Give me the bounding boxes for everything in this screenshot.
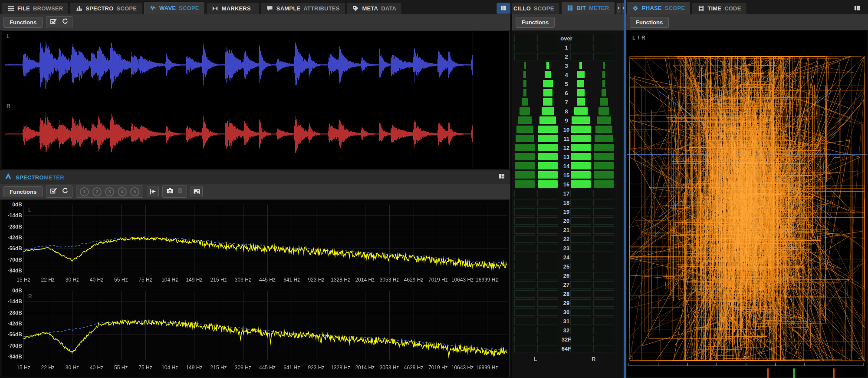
freq-tick-label: 15 Hz	[10, 365, 37, 371]
bit-bar	[523, 89, 526, 96]
refresh-icon[interactable]	[62, 18, 69, 27]
ruler-label-zero: 0	[743, 355, 746, 361]
bit-bar	[516, 135, 534, 142]
db-tick-label: -28dB	[2, 224, 22, 230]
bit-bar	[522, 98, 528, 106]
freq-tick-label: 3053 Hz	[375, 277, 403, 283]
auto-scale-checkbox-icon[interactable]	[50, 18, 57, 27]
bit-box-empty	[514, 199, 535, 206]
spectrometer-layout-icon[interactable]	[498, 173, 505, 181]
freq-tick-label: 22 Hz	[34, 277, 62, 283]
bit-box-empty	[593, 263, 614, 270]
freq-tick-label: 7019 Hz	[424, 277, 452, 283]
tab-wavescope[interactable]: WAVESCOPE	[144, 1, 205, 14]
bit-row-11: 11	[512, 134, 624, 143]
freq-tick-label: 215 Hz	[205, 277, 233, 283]
tab-spectroscope[interactable]: SPECTROSCOPE	[70, 2, 142, 14]
bit-row-label: 28	[554, 290, 579, 298]
tab-filebrowser[interactable]: FILEBROWSER	[2, 2, 69, 14]
bit-row-label: 14	[554, 162, 579, 170]
bit-box-empty	[514, 245, 535, 252]
bit-row-label: 2	[554, 53, 579, 61]
spectrometer-functions-button[interactable]: Functions	[3, 186, 43, 197]
bit-bar	[515, 180, 535, 188]
bitmeter-functions-button[interactable]: Functions	[516, 17, 555, 28]
right-layout-button[interactable]	[851, 3, 864, 13]
preset-4-button[interactable]: 4	[118, 187, 127, 196]
spectrometer-display: 0dB-14dB-28dB-42dB-56dB-70dB-84dB15 Hz22…	[2, 200, 510, 377]
freq-tick-label: 445 Hz	[253, 365, 281, 371]
bit-box-empty	[514, 281, 535, 288]
image-export-button[interactable]	[191, 186, 203, 197]
bit-box-empty	[514, 53, 535, 60]
preset-1-button[interactable]: 1	[80, 187, 89, 196]
bit-bar	[518, 116, 532, 124]
camera-icon[interactable]	[166, 187, 174, 196]
bit-row-8: 8	[512, 107, 624, 116]
tab-label-suffix: BROWSER	[33, 5, 63, 12]
refresh-icon[interactable]	[62, 187, 69, 196]
bit-row-label: 9	[554, 116, 579, 125]
tab-sampleattributes[interactable]: SAMPLEATTRIBUTES	[261, 2, 345, 14]
bit-bar	[594, 180, 614, 188]
bit-bar	[602, 80, 605, 87]
freq-tick-label: 40 Hz	[83, 277, 111, 283]
snapshot-group	[162, 186, 187, 198]
tab-bitmeter[interactable]: BITMETER	[561, 2, 615, 14]
trash-icon[interactable]	[177, 187, 183, 196]
bit-row-14: 14	[512, 162, 624, 171]
freq-tick-label: 149 Hz	[180, 365, 208, 371]
bit-row-25: 25	[512, 262, 624, 271]
tab-oscilloscope[interactable]: CILLOSCOPE	[512, 2, 560, 14]
bitmeter-panel: Functions over12345678910111213141516171…	[512, 14, 624, 378]
bit-row-15: 15	[512, 171, 624, 180]
phasescope-toolbar: Functions	[626, 14, 868, 30]
spectrometer-icon	[4, 172, 12, 182]
wavescope-functions-button[interactable]: Functions	[3, 17, 43, 28]
bit-row-17: 17	[512, 189, 624, 198]
freq-tick-label: 104 Hz	[156, 365, 184, 371]
db-tick-label: -70dB	[2, 343, 22, 349]
freq-tick-label: 309 Hz	[229, 365, 257, 371]
bit-bar	[594, 162, 614, 169]
phase-icon	[632, 5, 639, 12]
db-tick-label: -84dB	[2, 354, 22, 360]
bit-bar	[545, 71, 551, 78]
preset-3-button[interactable]: 3	[105, 187, 114, 196]
reset-to-start-button[interactable]	[147, 186, 159, 197]
freq-tick-label: 3053 Hz	[375, 365, 403, 371]
bit-row-label: 26	[554, 272, 579, 280]
bit-row-12: 12	[512, 143, 624, 153]
preset-5-button[interactable]: 5	[130, 187, 139, 196]
correlation-ruler	[628, 363, 864, 368]
auto-scale-checkbox-icon[interactable]	[50, 187, 57, 196]
tab-markers[interactable]: MARKERS	[206, 2, 260, 14]
bit-row-31: 31	[512, 317, 624, 326]
tab-metadata[interactable]: METADATA	[347, 2, 402, 14]
bit-bar	[598, 107, 609, 115]
tab-label-suffix: DATA	[381, 5, 396, 12]
phasescope-mode-label: L / R	[632, 35, 646, 41]
bit-box-empty	[514, 190, 535, 197]
tab-timecode[interactable]: TIMECODE	[692, 2, 746, 14]
preset-2-button[interactable]: 2	[92, 187, 102, 196]
freq-tick-label: 2014 Hz	[351, 365, 379, 371]
bit-row-label: 25	[554, 262, 579, 271]
freq-tick-label: 923 Hz	[302, 365, 330, 371]
wavescope-panel: Functions L R	[0, 14, 510, 169]
phasescope-functions-button[interactable]: Functions	[630, 17, 669, 28]
bit-row-label: 19	[554, 208, 579, 216]
bit-row-label: 24	[554, 253, 579, 262]
bit-bar	[523, 71, 526, 78]
wave-icon	[149, 5, 156, 12]
bit-row-label: 11	[554, 135, 579, 143]
tab-bar: FILEBROWSERSPECTROSCOPEWAVESCOPEMARKERSS…	[0, 0, 868, 14]
barchart-icon	[76, 5, 82, 12]
left-layout-button[interactable]	[496, 3, 510, 14]
freq-tick-label: 1328 Hz	[327, 277, 355, 283]
bit-row-label: 7	[554, 98, 579, 106]
bit-box-empty	[593, 235, 614, 243]
bit-box-empty	[593, 327, 614, 334]
nav-back-button[interactable]	[616, 3, 621, 14]
tab-phasescope[interactable]: PHASESCOPE	[626, 1, 690, 14]
